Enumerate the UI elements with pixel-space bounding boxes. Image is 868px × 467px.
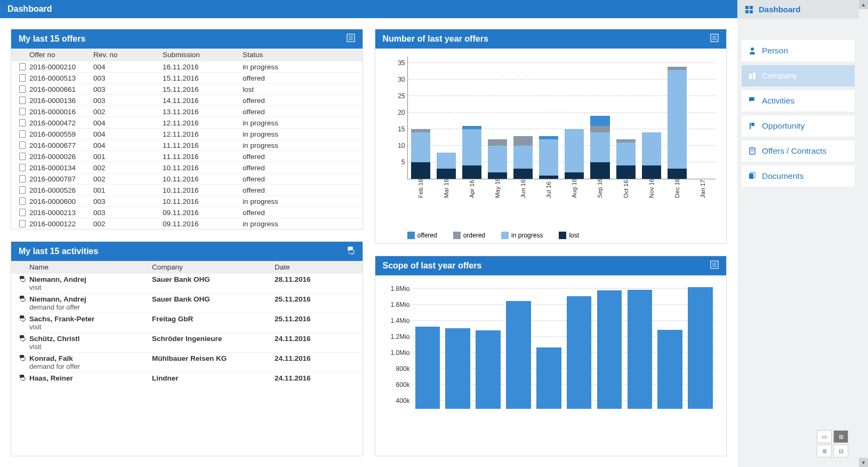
cell-rev-no: 002 [93,108,163,116]
cell-offer-no: 2016-0000026 [29,153,93,161]
table-row[interactable]: Konrad, FalkMühlbauer Reisen KG24.11.201… [11,352,363,363]
doc-icon [19,63,26,70]
table-row[interactable]: 2016-000055900412.11.2016in progress [11,128,363,139]
doc-icon [19,220,26,227]
doc-icon [19,175,26,183]
cell-status: in progress [243,119,358,127]
table-row[interactable]: Schütz, ChristlSchröder Ingenieure24.11.… [11,333,363,344]
cell-rev-no: 002 [93,175,163,183]
col-submission: Submission [163,51,243,59]
table-row[interactable]: 2016-000021300309.11.2016offered [11,207,363,218]
cell-date: 28.11.2016 [275,275,358,283]
doc-icon [19,141,26,149]
bar [534,281,564,409]
panel-menu-icon[interactable] [347,34,355,44]
chart-legend: offeredorderedin progresslost [407,232,721,239]
cell-company: Lindner [152,374,275,382]
cell-rev-no: 003 [93,74,163,82]
cell-status: offered [243,74,358,82]
panel-menu-icon[interactable] [710,34,719,44]
table-row[interactable]: 2016-000013600314.11.2016offered [11,94,363,106]
table-row[interactable]: 2016-000021000416.11.2016in progress [11,61,363,72]
table-row[interactable]: 2016-000002600111.11.2016offered [11,151,363,162]
cell-rev-no: 004 [93,63,163,71]
table-row[interactable]: 2016-000060000310.11.2016in progress [11,195,363,207]
offers-title: My last 15 offers [19,34,85,44]
cell-submission: 09.11.2016 [163,209,243,217]
doc-icon [19,164,26,171]
cell-rev-no: 001 [93,153,163,161]
number-chart-panel: Number of last year offers 5101520253035… [375,29,727,244]
bar: Jul 16 [536,57,561,179]
cell-rev-no: 004 [93,130,163,138]
sidebar-item-activities[interactable]: Activities [742,90,855,112]
col-date: Date [275,263,358,271]
table-row[interactable]: Niemann, AndrejSauer Bank OHG25.11.2016 [11,293,363,304]
number-chart: 5101520253035Feb 16Mar 16Apr 16May 16Jun… [375,49,727,243]
cell-company: Sauer Bank OHG [152,275,275,283]
table-row[interactable]: 2016-000066100315.11.2016lost [11,83,363,94]
view-single-icon[interactable]: ▭ [817,430,832,443]
table-row[interactable]: 2016-000051300315.11.2016offered [11,72,363,83]
cell-company: Sauer Bank OHG [152,295,275,303]
cell-status: offered [243,175,358,183]
cell-status: offered [243,108,358,116]
bar [503,281,534,409]
chat-icon [19,275,27,283]
sidebar-header: Dashboard [737,0,859,19]
cell-status: offered [243,209,358,217]
sidebar: Dashboard PersonCompanyActivitiesOpportu… [737,0,859,467]
sidebar-item-opportunity[interactable]: Opportunity [742,115,855,137]
sidebar-item-offers-contracts[interactable]: Offers / Contracts [742,140,855,162]
sidebar-item-company[interactable]: Company [742,65,855,86]
table-row[interactable]: 2016-000052600110.11.2016offered [11,184,363,195]
cell-offer-no: 2016-0000122 [29,220,93,228]
activities-panel: My last 15 activities Name Company Date … [11,241,363,456]
cell-offer-no: 2016-0000526 [29,186,93,194]
view-list-icon[interactable]: ≣ [817,445,832,457]
number-chart-title: Number of last year offers [383,34,488,44]
view-grid-icon[interactable]: ⊞ [833,430,848,443]
table-row[interactable]: Niemann, AndrejSauer Bank OHG28.11.2016 [11,273,363,284]
bar: Apr 16 [459,57,485,179]
sidebar-item-documents[interactable]: Documents [742,165,855,187]
cell-submission: 12.11.2016 [163,119,243,127]
table-row[interactable]: 2016-000013400210.11.2016offered [11,162,363,173]
bar [594,281,625,409]
bar: Feb 16 [408,57,433,179]
chat-icon[interactable] [347,246,355,257]
table-row[interactable]: 2016-000078700210.11.2016offered [11,173,363,184]
scroll-down-icon[interactable]: ▼ [859,458,868,467]
cell-submission: 09.11.2016 [163,220,243,228]
cell-rev-no: 002 [93,164,163,172]
bar: Dec 16 [664,57,690,179]
table-row[interactable]: Sachs, Frank-PeterFreitag GbR25.11.2016 [11,313,363,324]
cell-status: offered [243,153,358,161]
table-row[interactable]: 2016-000012200209.11.2016in progress [11,218,363,229]
table-row[interactable]: 2016-000067700411.11.2016in progress [11,139,363,151]
table-row[interactable]: 2016-000047200412.11.2016in progress [11,117,363,128]
cell-rev-no: 002 [93,220,163,228]
bar: Jun 16 [510,57,536,179]
doc-icon [19,74,26,82]
sidebar-item-person[interactable]: Person [742,40,855,61]
bar [655,281,685,409]
doc-icon [19,197,26,205]
scroll-up-icon[interactable]: ▲ [859,0,868,9]
cell-rev-no: 004 [93,119,163,127]
chat-icon [19,335,27,343]
docs-icon [748,172,757,180]
person-icon [748,46,757,55]
row-subtext: demand for offer [11,362,363,370]
table-row[interactable]: Haas, ReinerLindner24.11.2016 [11,372,363,383]
table-row[interactable]: 2016-000001600213.11.2016offered [11,106,363,117]
cell-status: offered [243,97,358,105]
cell-offer-no: 2016-0000787 [29,175,93,183]
cell-submission: 15.11.2016 [163,85,243,93]
cell-submission: 12.11.2016 [163,130,243,138]
bar [685,281,716,409]
scrollbar[interactable]: ▲ ▼ [859,0,868,467]
view-table-icon[interactable]: ⊟ [833,445,848,457]
panel-menu-icon[interactable] [710,260,719,271]
cell-status: offered [243,164,358,172]
